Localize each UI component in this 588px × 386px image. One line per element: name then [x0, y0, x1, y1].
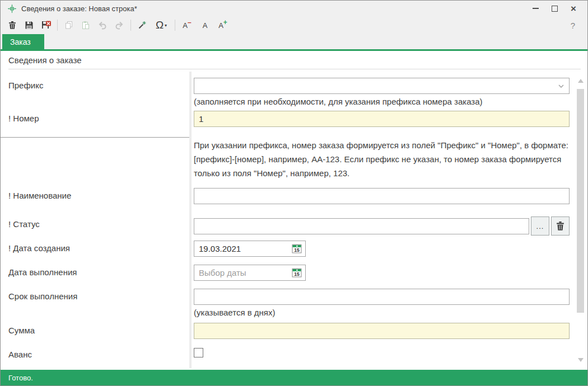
minimize-button[interactable] [526, 2, 545, 15]
svg-text:15: 15 [294, 247, 300, 253]
titlebar: Сведения о заказе: Новая строка* × [1, 1, 587, 16]
save-close-icon [41, 21, 51, 30]
font-increase-button[interactable]: A+ [214, 18, 232, 32]
paste-button[interactable] [77, 18, 94, 32]
period-input[interactable] [194, 289, 570, 305]
app-compass-icon [7, 4, 17, 13]
prefix-hint: (заполняется при необходимости, для указ… [194, 97, 570, 106]
order-form: Префикс (заполняется при необходимости, … [1, 68, 570, 360]
autofill-button[interactable] [134, 18, 151, 32]
vertical-scrollbar[interactable] [576, 74, 585, 366]
statusbar: Готово. [1, 370, 587, 385]
undo-button[interactable] [94, 18, 111, 32]
toolbar-separator [130, 20, 131, 31]
maximize-icon [552, 6, 558, 12]
undo-icon [98, 21, 107, 30]
toolbar-separator [175, 20, 175, 31]
name-input[interactable] [194, 188, 570, 204]
period-label: Срок выполнения [1, 289, 189, 301]
minus-icon: – [188, 18, 192, 26]
trash-icon [8, 21, 17, 30]
window-controls: × [526, 2, 583, 15]
creation-date-label: ! Дата создания [1, 241, 189, 253]
order-details-window: Сведения о заказе: Новая строка* × [0, 0, 588, 386]
font-letter: A [218, 21, 223, 30]
special-symbols-button[interactable]: Ω▾ [151, 18, 172, 32]
font-reset-button[interactable]: A [196, 18, 214, 32]
status-text: Готово. [8, 374, 33, 382]
number-info-text: При указании префикса, номер заказа форм… [194, 137, 570, 180]
advance-checkbox[interactable] [194, 348, 203, 357]
status-input[interactable] [194, 218, 529, 234]
number-label: ! Номер [1, 111, 189, 123]
font-letter: A [183, 21, 188, 30]
calendar-icon[interactable]: 15 [292, 243, 302, 254]
delete-button[interactable] [4, 18, 21, 32]
status-label: ! Статус [1, 216, 189, 229]
amount-label: Сумма [1, 323, 189, 335]
trash-icon [556, 221, 565, 231]
tab-order[interactable]: Заказ [2, 34, 44, 49]
close-icon: × [571, 4, 576, 13]
toolbar: Ω▾ A– A A+ ? [1, 16, 587, 34]
period-hint: (указывается в днях) [194, 308, 570, 317]
magic-wand-icon [138, 21, 147, 30]
close-button[interactable]: × [564, 2, 583, 15]
omega-icon: Ω [156, 19, 164, 31]
chevron-down-icon [558, 84, 564, 88]
save-button[interactable] [21, 18, 38, 32]
paste-icon [81, 21, 90, 30]
svg-text:15: 15 [294, 271, 300, 277]
redo-icon [115, 21, 124, 30]
status-clear-button[interactable] [551, 216, 570, 236]
amount-input[interactable] [194, 323, 570, 339]
save-icon [25, 21, 34, 30]
save-close-button[interactable] [38, 18, 54, 32]
scrollbar-thumb[interactable] [577, 89, 584, 313]
font-letter: A [203, 21, 208, 30]
plus-icon: + [223, 18, 227, 26]
calendar-icon[interactable]: 15 [292, 267, 302, 278]
copy-button[interactable] [60, 18, 77, 32]
number-input[interactable] [194, 111, 570, 127]
font-decrease-button[interactable]: A– [178, 18, 196, 32]
redo-button[interactable] [111, 18, 128, 32]
maximize-button[interactable] [545, 2, 564, 15]
toolbar-separator [57, 20, 58, 31]
status-browse-button[interactable]: ... [531, 216, 549, 236]
completion-date-label: Дата выполнения [1, 265, 189, 277]
advance-label: Аванс [1, 347, 189, 359]
creation-date-input[interactable] [194, 241, 306, 257]
prefix-label: Префикс [1, 78, 189, 90]
minimize-icon [533, 8, 539, 9]
scroll-down-icon[interactable] [578, 358, 584, 362]
name-label: ! Наименование [1, 188, 189, 200]
scroll-up-icon[interactable] [578, 79, 584, 83]
completion-date-input[interactable] [194, 265, 306, 281]
help-button[interactable]: ? [566, 21, 580, 30]
group-divider [1, 137, 189, 138]
copy-icon [64, 21, 73, 30]
prefix-combobox[interactable] [194, 78, 570, 94]
chevron-down-icon: ▾ [165, 23, 167, 28]
form-panel: Сведения о заказе Префикс (заполняется п… [1, 51, 587, 370]
tab-strip: Заказ [1, 34, 587, 51]
window-title: Сведения о заказе: Новая строка* [21, 4, 137, 13]
